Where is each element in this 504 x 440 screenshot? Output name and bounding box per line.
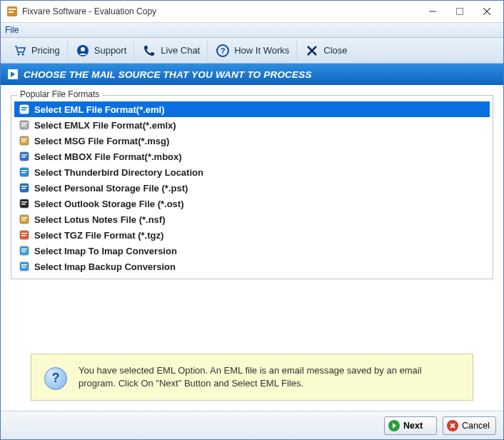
phone-icon (142, 44, 156, 58)
menubar: File (1, 22, 503, 38)
format-item-thunderbird[interactable]: Select Thunderbird Directory Location (14, 164, 490, 180)
support-label: Support (94, 45, 127, 56)
toolbar: Pricing Support Live Chat ? How It Works… (1, 38, 503, 64)
pricing-label: Pricing (31, 45, 60, 56)
svg-rect-32 (21, 188, 26, 189)
svg-rect-16 (21, 107, 27, 109)
svg-rect-37 (21, 217, 27, 219)
svg-text:?: ? (221, 46, 226, 55)
file-eml-icon (19, 104, 30, 115)
outlook-ost-icon (19, 198, 30, 209)
window-buttons (419, 1, 500, 21)
section-title: CHOOSE THE MAIL SOURCE THAT YOU WANT TO … (24, 69, 312, 80)
format-item-imap-backup[interactable]: Select Imap Backup Conversion (14, 259, 490, 274)
close-window-button[interactable] (473, 1, 500, 21)
format-item-file-eml[interactable]: Select EML File Format(*.eml) (14, 101, 490, 117)
svg-rect-43 (21, 249, 27, 250)
format-label: Select EML File Format(*.eml) (34, 104, 165, 115)
groupbox-legend: Popular File Formats (17, 89, 102, 99)
close-label: Close (323, 45, 347, 56)
format-item-outlook-pst[interactable]: Select Personal Storage File (*.pst) (14, 180, 490, 196)
pricing-button[interactable]: Pricing (5, 40, 68, 61)
svg-rect-2 (9, 11, 14, 13)
svg-rect-38 (21, 219, 26, 221)
cancel-x-icon (446, 419, 459, 432)
content-area: Popular File Formats Select EML File For… (1, 85, 503, 411)
svg-rect-46 (21, 264, 27, 266)
svg-rect-19 (21, 123, 27, 124)
format-item-file-emlx[interactable]: Select EMLX File Format(*.emlx) (14, 117, 490, 133)
format-label: Select TGZ File Format (*.tgz) (34, 230, 163, 241)
svg-rect-22 (21, 139, 27, 140)
svg-rect-26 (21, 156, 26, 158)
format-item-imap-sync[interactable]: Select Imap To Imap Conversion (14, 243, 490, 259)
format-label: Select Imap Backup Conversion (34, 261, 176, 272)
livechat-label: Live Chat (161, 45, 200, 56)
livechat-button[interactable]: Live Chat (134, 40, 208, 61)
format-label: Select Personal Storage File (*.pst) (34, 183, 188, 194)
outlook-pst-icon (19, 182, 30, 194)
question-icon: ? (216, 44, 230, 58)
svg-rect-35 (21, 204, 26, 205)
arrow-right-icon (8, 69, 18, 79)
format-label: Select Imap To Imap Conversion (34, 246, 177, 256)
section-header: CHOOSE THE MAIL SOURCE THAT YOU WANT TO … (1, 64, 503, 85)
info-panel: ? You have selected EML Option. An EML f… (31, 354, 473, 401)
minimize-button[interactable] (419, 1, 446, 21)
svg-rect-17 (21, 109, 26, 111)
format-label: Select Outlook Storage File (*.ost) (34, 199, 183, 209)
svg-rect-28 (21, 170, 27, 171)
svg-rect-31 (21, 186, 27, 187)
format-item-file-msg[interactable]: Select MSG File Format(*.msg) (14, 133, 490, 149)
titlebar: Fixvare Software - Evaluation Copy (1, 1, 503, 22)
format-item-file-tgz[interactable]: Select TGZ File Format (*.tgz) (14, 227, 490, 243)
svg-point-8 (22, 53, 24, 55)
headset-icon (76, 44, 90, 58)
svg-rect-40 (21, 233, 27, 234)
format-label: Select Thunderbird Directory Location (34, 167, 203, 178)
next-label: Next (403, 421, 423, 431)
next-button[interactable]: Next (384, 416, 437, 435)
spacer (11, 289, 493, 344)
close-icon (305, 44, 319, 58)
footer: Next Cancel (1, 411, 503, 439)
svg-rect-29 (21, 172, 26, 174)
svg-rect-25 (21, 154, 27, 156)
format-list: Select EML File Format(*.eml)Select EMLX… (14, 101, 490, 274)
svg-rect-20 (21, 125, 26, 126)
info-text: You have selected EML Option. An EML fil… (79, 364, 460, 390)
format-item-outlook-ost[interactable]: Select Outlook Storage File (*.ost) (14, 196, 490, 211)
window-title: Fixvare Software - Evaluation Copy (22, 6, 419, 16)
support-button[interactable]: Support (68, 40, 135, 61)
svg-rect-4 (457, 9, 463, 15)
svg-rect-47 (21, 266, 26, 268)
lotus-nsf-icon (19, 214, 30, 225)
svg-point-10 (81, 47, 85, 51)
menu-file[interactable]: File (5, 25, 19, 35)
howitworks-button[interactable]: ? How It Works (208, 40, 297, 61)
close-button[interactable]: Close (297, 40, 354, 61)
file-msg-icon (19, 135, 30, 146)
imap-sync-icon (19, 245, 30, 256)
svg-rect-23 (21, 141, 26, 142)
howitworks-label: How It Works (234, 45, 289, 56)
maximize-button[interactable] (446, 1, 473, 21)
info-icon: ? (44, 367, 67, 390)
svg-rect-41 (21, 235, 26, 236)
cart-icon (13, 44, 27, 58)
thunderbird-icon (19, 166, 30, 178)
cancel-label: Cancel (462, 421, 490, 431)
format-item-file-mbox[interactable]: Select MBOX File Format(*.mbox) (14, 149, 490, 164)
svg-rect-34 (21, 201, 27, 203)
file-tgz-icon (19, 229, 30, 241)
next-arrow-icon (388, 419, 400, 432)
cancel-button[interactable]: Cancel (443, 416, 496, 435)
format-item-lotus-nsf[interactable]: Select Lotus Notes File (*.nsf) (14, 211, 490, 227)
format-label: Select EMLX File Format(*.emlx) (34, 120, 176, 131)
imap-backup-icon (19, 261, 30, 272)
file-emlx-icon (19, 119, 30, 131)
formats-groupbox: Popular File Formats Select EML File For… (11, 95, 493, 279)
svg-rect-1 (9, 9, 16, 10)
file-mbox-icon (19, 151, 30, 162)
format-label: Select MBOX File Format(*.mbox) (34, 151, 182, 162)
